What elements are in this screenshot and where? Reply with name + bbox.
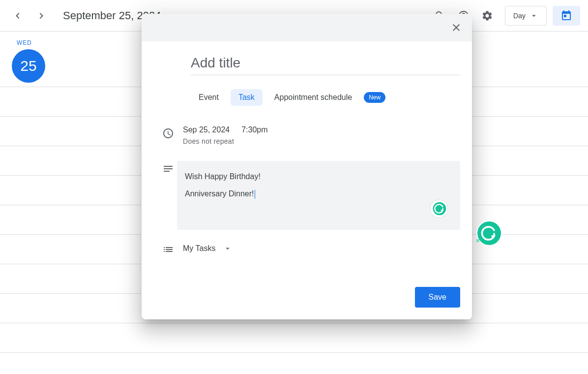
datetime-row: Sep 25, 2024 7:30pm Does not repeat bbox=[153, 125, 460, 145]
grammarly-icon bbox=[430, 199, 448, 218]
datetime-values: Sep 25, 2024 7:30pm bbox=[183, 125, 460, 134]
nav-arrows bbox=[8, 6, 51, 26]
save-button[interactable]: Save bbox=[415, 287, 460, 308]
tab-task[interactable]: Task bbox=[231, 89, 263, 106]
tab-appointment[interactable]: Appointment schedule bbox=[266, 89, 360, 106]
next-button[interactable] bbox=[31, 6, 51, 26]
list-icon-wrap bbox=[153, 242, 183, 255]
svg-point-5 bbox=[477, 239, 478, 240]
close-button[interactable] bbox=[446, 18, 466, 37]
weekday-label: WED bbox=[17, 39, 31, 46]
task-list-label: My Tasks bbox=[183, 244, 215, 253]
task-list-dropdown[interactable]: My Tasks bbox=[183, 244, 232, 253]
time-value[interactable]: 7:30pm bbox=[241, 125, 267, 134]
modal-body: Event Task Appointment schedule New Sep … bbox=[142, 41, 472, 267]
clock-icon-wrap bbox=[153, 125, 183, 139]
date-value[interactable]: Sep 25, 2024 bbox=[183, 125, 230, 134]
svg-point-10 bbox=[476, 241, 477, 242]
svg-point-12 bbox=[478, 241, 479, 242]
view-dropdown[interactable]: Day bbox=[505, 6, 547, 26]
description-line: Anniversary Dinner! bbox=[185, 185, 452, 202]
svg-point-2 bbox=[477, 221, 501, 246]
task-list-row: My Tasks bbox=[153, 242, 460, 255]
time-slot[interactable] bbox=[0, 323, 588, 353]
settings-button[interactable] bbox=[477, 6, 497, 26]
dropdown-icon bbox=[529, 11, 538, 20]
view-label: Day bbox=[513, 12, 526, 20]
chevron-right-icon bbox=[35, 10, 47, 22]
svg-point-8 bbox=[477, 240, 478, 241]
type-tabs: Event Task Appointment schedule New bbox=[191, 89, 460, 106]
modal-header bbox=[142, 14, 472, 41]
list-icon bbox=[162, 244, 174, 255]
clock-icon bbox=[162, 127, 174, 139]
grammarly-icon bbox=[476, 220, 501, 246]
grammarly-badge[interactable] bbox=[430, 199, 448, 218]
close-icon bbox=[450, 22, 462, 33]
prev-button[interactable] bbox=[8, 6, 28, 26]
description-input[interactable]: Wish Happy Birthday! Anniversary Dinner! bbox=[177, 161, 460, 230]
description-content: Wish Happy Birthday! Anniversary Dinner! bbox=[183, 161, 460, 230]
calendar-view-button[interactable] bbox=[553, 6, 580, 26]
svg-point-9 bbox=[478, 240, 479, 241]
grammarly-extension[interactable] bbox=[476, 220, 501, 246]
notes-icon bbox=[162, 163, 174, 175]
svg-point-6 bbox=[478, 239, 479, 240]
chevron-left-icon bbox=[12, 10, 24, 22]
title-input[interactable] bbox=[191, 49, 460, 75]
description-row: Wish Happy Birthday! Anniversary Dinner! bbox=[153, 161, 460, 230]
datetime-content: Sep 25, 2024 7:30pm Does not repeat bbox=[183, 125, 460, 145]
description-line: Wish Happy Birthday! bbox=[185, 168, 452, 185]
gear-icon bbox=[481, 10, 493, 22]
svg-point-7 bbox=[476, 240, 477, 241]
repeat-text[interactable]: Does not repeat bbox=[183, 137, 460, 145]
new-badge: New bbox=[364, 92, 385, 103]
calendar-icon bbox=[560, 10, 572, 22]
create-modal: Event Task Appointment schedule New Sep … bbox=[142, 14, 472, 319]
day-number[interactable]: 25 bbox=[12, 49, 45, 83]
svg-point-11 bbox=[477, 241, 478, 242]
svg-point-4 bbox=[476, 239, 477, 240]
modal-footer: Save bbox=[142, 287, 472, 319]
tab-event[interactable]: Event bbox=[191, 89, 227, 106]
dropdown-icon bbox=[223, 244, 232, 253]
